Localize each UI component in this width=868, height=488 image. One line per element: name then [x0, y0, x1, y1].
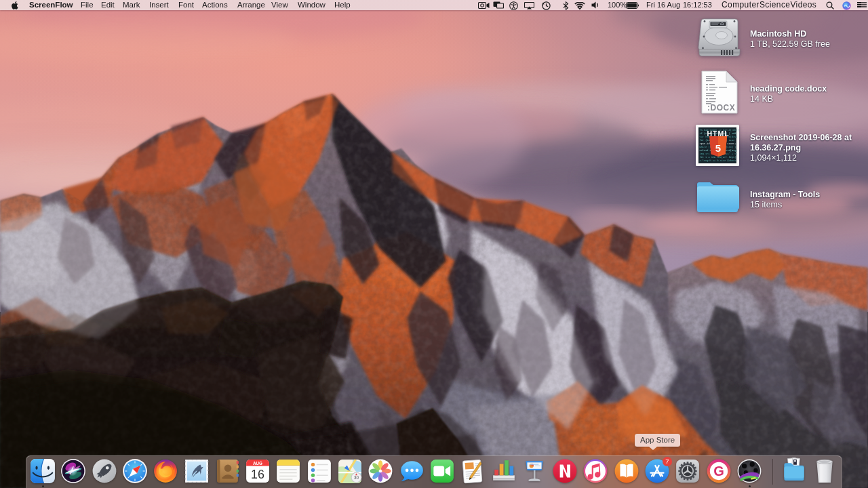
svg-text:30: 30 [354, 475, 359, 480]
svg-text:AUG: AUG [253, 461, 262, 466]
svg-text:5: 5 [715, 142, 721, 154]
svg-text::DOCX: :DOCX [707, 103, 735, 113]
svg-text:a.length == b.size @about: a.length == b.size @about [700, 159, 736, 162]
svg-text:16: 16 [251, 468, 264, 481]
svg-text:G: G [713, 464, 724, 479]
